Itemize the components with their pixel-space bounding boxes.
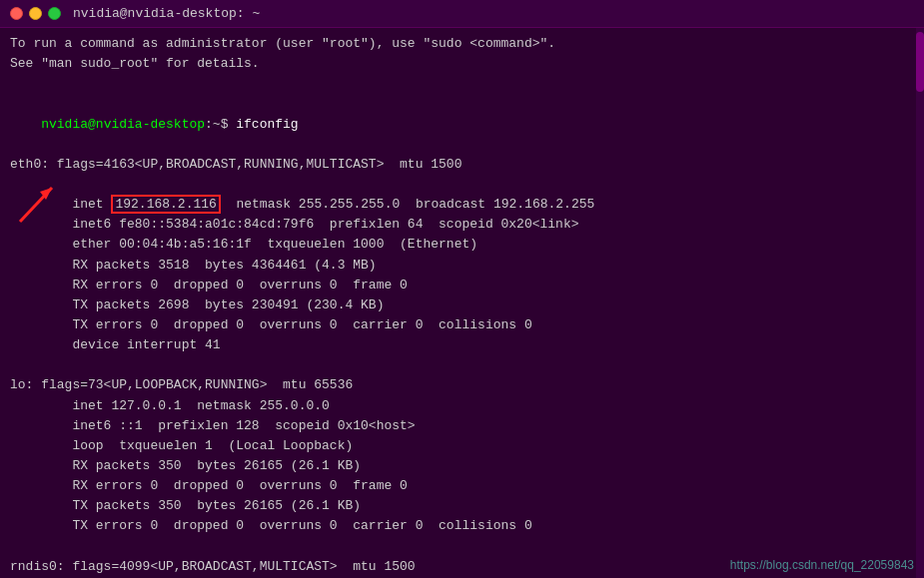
terminal-body[interactable]: To run a command as administrator (user … — [0, 28, 924, 578]
close-button[interactable] — [10, 7, 23, 20]
ether-line: ether 00:04:4b:a5:16:1f txqueuelen 1000 … — [10, 235, 914, 255]
blank-line-2 — [10, 355, 914, 375]
sudo-notice-line2: See "man sudo_root" for details. — [10, 54, 914, 74]
minimize-button[interactable] — [29, 7, 42, 20]
lo-rx-bytes-line: RX packets 350 bytes 26165 (26.1 KB) — [10, 456, 914, 476]
watermark: https://blog.csdn.net/qq_22059843 — [730, 558, 914, 572]
command-prompt-line: nvidia@nvidia-desktop:~$ ifconfig — [10, 94, 914, 154]
window-title: nvidia@nvidia-desktop: ~ — [73, 6, 260, 21]
prompt-separator: :~$ — [205, 117, 236, 132]
lo-rx-err-line: RX errors 0 dropped 0 overruns 0 frame 0 — [10, 476, 914, 496]
scrollbar[interactable] — [916, 28, 924, 578]
scrollbar-thumb[interactable] — [916, 32, 924, 92]
rx-bytes-line: RX packets 3518 bytes 4364461 (4.3 MB) — [10, 256, 914, 276]
rx-err-line: RX errors 0 dropped 0 overruns 0 frame 0 — [10, 276, 914, 295]
lo-flags-line: lo: flags=73<UP,LOOPBACK,RUNNING> mtu 65… — [10, 375, 914, 395]
maximize-button[interactable] — [48, 7, 61, 20]
eth0-flags-line: eth0: flags=4163<UP,BROADCAST,RUNNING,MU… — [10, 155, 914, 175]
lo-loop-line: loop txqueuelen 1 (Local Loopback) — [10, 436, 914, 456]
sudo-notice-line1: To run a command as administrator (user … — [10, 34, 914, 54]
window-controls[interactable] — [10, 7, 61, 20]
lo-tx-err-line: TX errors 0 dropped 0 overruns 0 carrier… — [10, 516, 914, 536]
lo-inet-line: inet 127.0.0.1 netmask 255.0.0.0 — [10, 396, 914, 416]
prompt-text: nvidia@nvidia-desktop — [41, 117, 205, 132]
command-text: ifconfig — [236, 117, 298, 132]
tx-bytes-line: TX packets 2698 bytes 230491 (230.4 KB) — [10, 295, 914, 315]
inet-ip-highlight: 192.168.2.116 — [111, 195, 220, 214]
title-bar: nvidia@nvidia-desktop: ~ — [0, 0, 924, 28]
lo-inet6-line: inet6 ::1 prefixlen 128 scopeid 0x10<hos… — [10, 416, 914, 436]
blank-line-1 — [10, 74, 914, 94]
device-line: device interrupt 41 — [10, 335, 914, 355]
blank-line-3 — [10, 537, 914, 557]
tx-err-line: TX errors 0 dropped 0 overruns 0 carrier… — [10, 315, 914, 335]
inet-line: inet 192.168.2.116 netmask 255.255.255.0… — [10, 175, 914, 215]
inet6-line: inet6 fe80::5384:a01c:84cd:79f6 prefixle… — [10, 215, 914, 235]
lo-tx-bytes-line: TX packets 350 bytes 26165 (26.1 KB) — [10, 496, 914, 516]
